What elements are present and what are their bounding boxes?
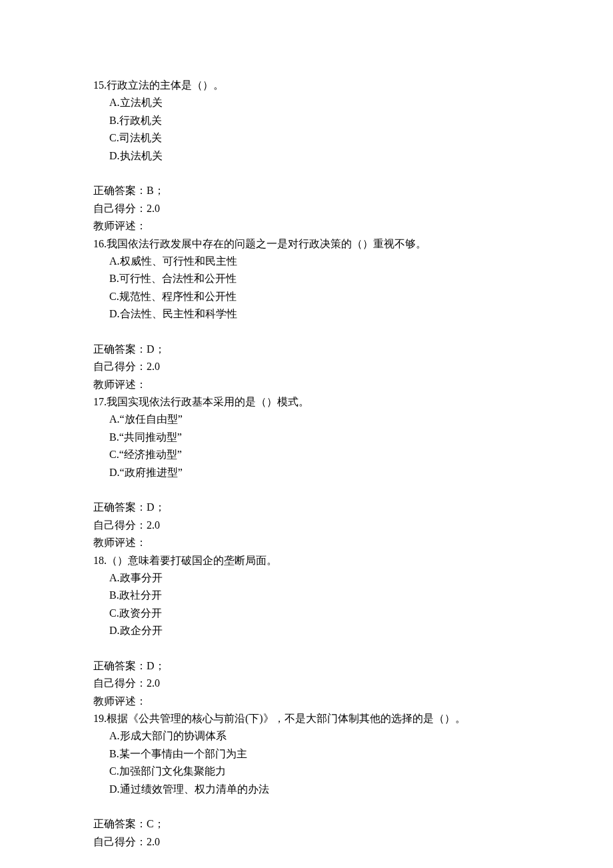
question-option: C.“经济推动型” [93, 446, 520, 463]
question-option: C.加强部门文化集聚能力 [93, 763, 520, 780]
correct-answer: 正确答案：D； [93, 499, 520, 516]
question-text: 19.根据《公共管理的核心与前沿(下)》，不是大部门体制其他的选择的是（）。 [93, 710, 520, 727]
question-option: B.行政机关 [93, 112, 520, 129]
self-score: 自己得分：2.0 [93, 358, 520, 375]
question-option: B.政社分开 [93, 587, 520, 604]
question-option: A.立法机关 [93, 94, 520, 111]
question-option: C.政资分开 [93, 605, 520, 622]
document-page: 15.行政立法的主体是（）。 A.立法机关 B.行政机关 C.司法机关 D.执法… [0, 0, 613, 868]
question-option: C.司法机关 [93, 129, 520, 147]
question-number: 19. [93, 713, 107, 724]
teacher-comment: 教师评述： [93, 376, 520, 393]
question-option: A.政事分开 [93, 569, 520, 587]
self-score: 自己得分：2.0 [93, 200, 520, 217]
question-option: D.通过绩效管理、权力清单的办法 [93, 781, 520, 798]
teacher-comment: 教师评述： [93, 693, 520, 710]
question-text: 15.行政立法的主体是（）。 [93, 77, 520, 94]
spacer [93, 323, 520, 340]
question-text: 17.我国实现依法行政基本采用的是（）模式。 [93, 393, 520, 411]
question-option: C.规范性、程序性和公开性 [93, 288, 520, 305]
question-text: 18.（）意味着要打破国企的垄断局面。 [93, 552, 520, 569]
correct-answer: 正确答案：D； [93, 657, 520, 675]
question-body: 行政立法的主体是（）。 [107, 79, 224, 91]
correct-answer: 正确答案：C； [93, 815, 520, 833]
question-body: 根据《公共管理的核心与前沿(下)》，不是大部门体制其他的选择的是（）。 [107, 713, 466, 724]
question-text: 16.我国依法行政发展中存在的问题之一是对行政决策的（）重视不够。 [93, 235, 520, 253]
question-number: 15. [93, 79, 107, 91]
self-score: 自己得分：2.0 [93, 517, 520, 534]
question-option: A.形成大部门的协调体系 [93, 727, 520, 745]
question-body: （）意味着要打破国企的垄断局面。 [107, 555, 277, 566]
correct-answer: 正确答案：D； [93, 341, 520, 358]
spacer [93, 798, 520, 815]
teacher-comment: 教师评述： [93, 534, 520, 551]
spacer [93, 165, 520, 182]
question-body: 我国实现依法行政基本采用的是（）模式。 [107, 396, 309, 407]
question-option: A.“放任自由型” [93, 411, 520, 428]
self-score: 自己得分：2.0 [93, 833, 520, 851]
self-score: 自己得分：2.0 [93, 675, 520, 692]
question-option: B.“共同推动型” [93, 429, 520, 446]
question-option: A.权威性、可行性和民主性 [93, 253, 520, 270]
correct-answer: 正确答案：B； [93, 182, 520, 199]
spacer [93, 481, 520, 499]
teacher-comment: 教师评述： [93, 217, 520, 235]
question-number: 16. [93, 238, 107, 249]
question-body: 我国依法行政发展中存在的问题之一是对行政决策的（）重视不够。 [107, 238, 426, 249]
question-option: B.某一个事情由一个部门为主 [93, 745, 520, 763]
question-number: 18. [93, 555, 107, 566]
question-option: D.执法机关 [93, 147, 520, 165]
question-option: B.可行性、合法性和公开性 [93, 270, 520, 287]
question-number: 17. [93, 396, 107, 407]
question-option: D.合法性、民主性和科学性 [93, 305, 520, 323]
question-option: D.“政府推进型” [93, 464, 520, 481]
spacer [93, 640, 520, 657]
question-option: D.政企分开 [93, 622, 520, 639]
